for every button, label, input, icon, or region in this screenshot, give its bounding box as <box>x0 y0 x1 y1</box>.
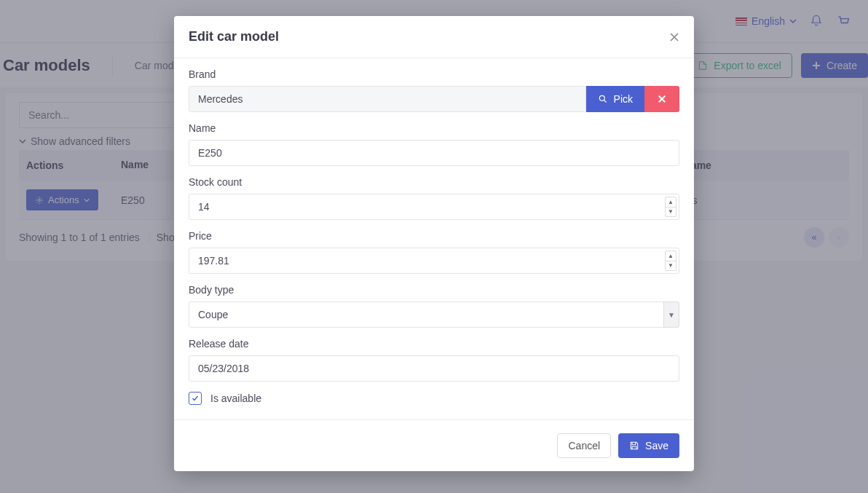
is-available-label: Is available <box>210 393 261 404</box>
search-icon <box>598 94 608 104</box>
step-down-icon[interactable]: ▼ <box>666 261 676 271</box>
pick-label: Pick <box>614 93 633 105</box>
release-date-label: Release date <box>189 338 679 350</box>
edit-car-model-modal: Edit car model Brand Pick <box>174 16 694 471</box>
price-spinner[interactable]: ▲▼ <box>665 251 676 271</box>
cancel-button[interactable]: Cancel <box>557 433 611 458</box>
step-up-icon[interactable]: ▲ <box>666 197 676 208</box>
step-up-icon[interactable]: ▲ <box>666 251 676 261</box>
check-icon <box>191 394 200 403</box>
save-icon <box>629 441 639 451</box>
modal-overlay: Edit car model Brand Pick <box>0 0 868 493</box>
stock-label: Stock count <box>189 176 679 188</box>
is-available-checkbox[interactable] <box>189 392 202 405</box>
bodytype-select[interactable] <box>189 301 679 328</box>
close-icon <box>669 32 679 42</box>
close-icon <box>658 95 666 103</box>
price-label: Price <box>189 230 679 242</box>
price-input[interactable] <box>189 248 679 274</box>
step-down-icon[interactable]: ▼ <box>666 208 676 217</box>
clear-brand-button[interactable] <box>644 86 679 112</box>
release-date-input[interactable] <box>189 355 679 382</box>
pick-brand-button[interactable]: Pick <box>586 86 644 112</box>
name-input[interactable] <box>189 140 679 166</box>
save-label: Save <box>645 440 668 451</box>
bodytype-label: Body type <box>189 284 679 296</box>
brand-label: Brand <box>189 68 679 80</box>
stock-input[interactable] <box>189 194 679 220</box>
close-button[interactable] <box>669 32 679 42</box>
brand-input <box>189 86 586 112</box>
save-button[interactable]: Save <box>618 433 679 458</box>
cancel-label: Cancel <box>568 440 600 451</box>
stock-spinner[interactable]: ▲▼ <box>665 197 676 217</box>
modal-title: Edit car model <box>189 29 279 44</box>
name-label: Name <box>189 122 679 134</box>
svg-point-2 <box>599 95 604 100</box>
